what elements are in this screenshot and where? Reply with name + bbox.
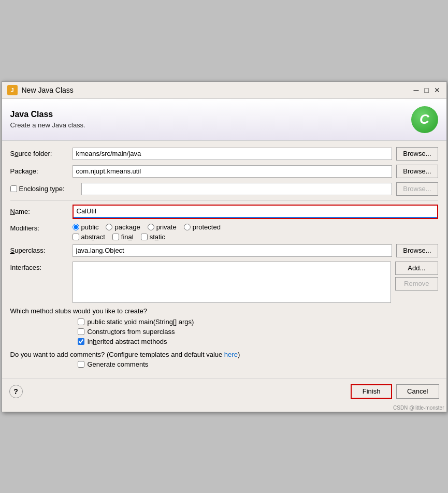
stub-inherited-label: Inherited abstract methods [88, 338, 167, 345]
enclosing-type-checkbox[interactable] [10, 185, 17, 192]
cancel-button[interactable]: Cancel [396, 384, 439, 399]
java-icon: J [7, 85, 18, 95]
dialog-header: Java Class Create a new Java class. C [2, 99, 446, 141]
close-button[interactable]: ✕ [433, 86, 441, 94]
checkbox-final-input[interactable] [112, 234, 119, 240]
radio-private-label: private [156, 223, 177, 231]
finish-button[interactable]: Finish [351, 384, 392, 399]
interfaces-textarea[interactable] [73, 262, 392, 303]
interfaces-buttons: Add... Remove [395, 262, 438, 291]
title-bar-left: J New Java Class [7, 85, 74, 95]
dialog-title: New Java Class [22, 86, 74, 94]
radio-private: private [148, 223, 177, 231]
source-folder-input[interactable] [73, 148, 393, 160]
remove-interface-button[interactable]: Remove [395, 277, 438, 291]
source-folder-browse-button[interactable]: Browse... [396, 147, 438, 161]
checkbox-final-label: final [121, 233, 134, 241]
title-bar: J New Java Class ─ □ ✕ [2, 82, 446, 99]
dialog-header-text: Java Class Create a new Java class. [10, 110, 85, 129]
comments-question-text: Do you want to add comments? (Configure … [10, 351, 224, 358]
dialog-heading: Java Class [10, 110, 85, 119]
radio-protected-input[interactable] [184, 224, 191, 230]
radio-package-label: package [114, 223, 140, 231]
radio-private-input[interactable] [148, 224, 154, 230]
enclosing-type-browse-button[interactable]: Browse... [396, 182, 438, 196]
dialog-subtitle: Create a new Java class. [10, 121, 85, 129]
comments-question-end: ) [238, 351, 240, 358]
dialog-body: Source folder: Browse... Package: Browse… [2, 141, 446, 379]
stub-constructors-checkbox[interactable] [78, 328, 84, 335]
generate-comments-checkbox[interactable] [78, 361, 84, 368]
access-modifiers-line: public package private protected [73, 223, 221, 231]
checkbox-abstract-input[interactable] [73, 234, 79, 240]
source-folder-label: Source folder: [10, 150, 73, 157]
radio-protected: protected [184, 223, 221, 231]
stub-main-checkbox[interactable] [78, 318, 84, 325]
checkbox-abstract: abstract [73, 233, 105, 241]
radio-public: public [73, 223, 99, 231]
name-row: Name: [10, 205, 438, 219]
checkbox-static-input[interactable] [141, 234, 148, 240]
enclosing-type-row: Enclosing type: Browse... [10, 182, 438, 196]
stubs-question: Which method stubs would you like to cre… [10, 307, 438, 315]
modifiers-content: public package private protected [73, 223, 221, 241]
comments-checkbox-line: Generate comments [10, 360, 438, 368]
eclipse-logo: C [411, 106, 438, 133]
superclass-row: Superclass: Browse... [10, 244, 438, 257]
checkbox-static: static [141, 233, 165, 241]
radio-public-input[interactable] [73, 224, 79, 230]
enclosing-type-label: Enclosing type: [19, 185, 81, 193]
separator-1 [10, 200, 438, 200]
comments-here-link[interactable]: here [224, 351, 238, 358]
stub-main-line: public static void main(String[] args) [78, 318, 438, 326]
name-label: Name: [10, 208, 73, 215]
superclass-label: Superclass: [10, 247, 73, 254]
interfaces-row: Interfaces: Add... Remove [10, 262, 438, 303]
package-browse-button[interactable]: Browse... [396, 165, 438, 178]
other-modifiers-line: abstract final static [73, 233, 221, 241]
stub-constructors-line: Constructors from superclass [78, 328, 438, 336]
superclass-browse-button[interactable]: Browse... [396, 244, 438, 257]
interfaces-label: Interfaces: [10, 262, 73, 271]
stub-constructors-label: Constructors from superclass [88, 328, 175, 336]
source-folder-row: Source folder: Browse... [10, 147, 438, 161]
package-label: Package: [10, 167, 73, 175]
dialog-footer: ? Finish Cancel [2, 379, 446, 404]
modifiers-row: Modifiers: public package private [10, 223, 438, 241]
watermark: CSDN @little-monster [2, 404, 446, 412]
modifiers-label: Modifiers: [10, 223, 73, 232]
checkbox-abstract-label: abstract [81, 233, 105, 241]
radio-protected-label: protected [193, 223, 221, 231]
package-input[interactable] [73, 165, 393, 178]
generate-comments-label: Generate comments [88, 360, 149, 368]
radio-package: package [106, 223, 140, 231]
stub-inherited-line: Inherited abstract methods [78, 338, 438, 345]
add-interface-button[interactable]: Add... [395, 262, 438, 275]
help-button[interactable]: ? [9, 385, 23, 398]
comments-question-line: Do you want to add comments? (Configure … [10, 351, 438, 358]
checkbox-static-label: static [150, 233, 165, 241]
stub-main-label: public static void main(String[] args) [88, 318, 194, 326]
new-java-class-dialog: J New Java Class ─ □ ✕ Java Class Create… [2, 81, 447, 412]
maximize-button[interactable]: □ [423, 86, 431, 94]
title-bar-controls: ─ □ ✕ [412, 86, 441, 94]
superclass-input[interactable] [73, 244, 393, 257]
checkbox-final: final [112, 233, 134, 241]
stub-inherited-checkbox[interactable] [78, 338, 84, 345]
radio-package-input[interactable] [106, 224, 112, 230]
minimize-button[interactable]: ─ [412, 86, 421, 94]
stubs-section: public static void main(String[] args) C… [10, 318, 438, 345]
enclosing-type-input[interactable] [81, 183, 393, 195]
name-input-wrapper [73, 205, 438, 219]
package-row: Package: Browse... [10, 165, 438, 178]
radio-public-label: public [81, 223, 99, 231]
comments-section: Do you want to add comments? (Configure … [10, 351, 438, 368]
name-input[interactable] [74, 206, 437, 218]
